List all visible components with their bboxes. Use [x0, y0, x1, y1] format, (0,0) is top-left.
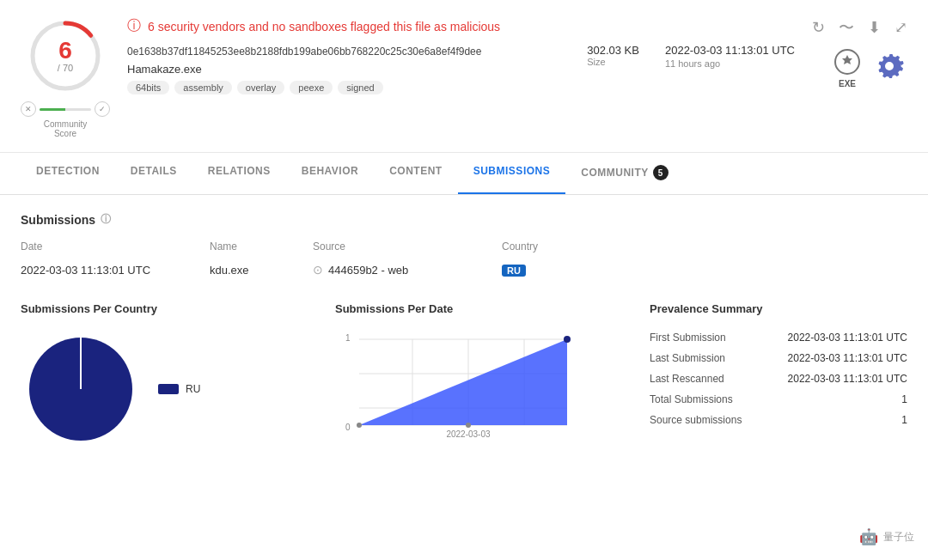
file-name: Hamakaze.exe [127, 63, 570, 76]
file-date-sub: 11 hours ago [665, 58, 795, 69]
table-row: 2022-03-03 11:13:01 UTC kdu.exe ⊙ 444659… [21, 258, 907, 282]
file-tags: 64bitsassemblyoverlaypeexesigned [127, 81, 570, 94]
tab-community-label: COMMUNITY [581, 167, 649, 179]
file-type-icons: EXE [832, 46, 907, 88]
col-name: Name [210, 240, 313, 253]
file-date: 2022-03-03 11:13:01 UTC [665, 44, 795, 57]
prevalence-row: Source submissions1 [650, 411, 907, 429]
score-total: / 70 [58, 63, 73, 73]
alert-message: 6 security vendors and no sandboxes flag… [148, 20, 500, 33]
prev-label: Last Rescanned [650, 373, 770, 385]
share-icon[interactable]: 〜 [839, 17, 854, 38]
row-name: kdu.exe [210, 264, 313, 277]
expand-icon[interactable]: ⤢ [894, 18, 907, 37]
bar-chart-area: 1 0 [335, 329, 576, 441]
gear-icon-blue [871, 48, 907, 87]
per-date-chart: Submissions Per Date 1 0 [335, 302, 650, 449]
y-max-label: 1 [345, 333, 351, 343]
prevalence-row: Last Rescanned2022-03-03 11:13:01 UTC [650, 370, 907, 387]
gear-svg [871, 48, 907, 84]
row-source-text: 444659b2 - web [328, 264, 408, 277]
refresh-icon[interactable]: ↻ [812, 18, 825, 37]
file-tag: 64bits [127, 81, 169, 94]
prev-label: Source submissions [650, 414, 770, 426]
alert-icon: ⓘ [127, 17, 141, 35]
per-date-title: Submissions Per Date [335, 302, 650, 315]
file-tag: assembly [174, 81, 231, 94]
community-score-section: ✕ ✓ CommunityScore [21, 101, 110, 138]
tab-detection[interactable]: DETECTION [21, 153, 115, 194]
submissions-title: Submissions [21, 213, 95, 227]
legend-ru-color [158, 384, 179, 394]
content-area: Submissions ⓘ Date Name Source Country 2… [0, 195, 928, 466]
prev-value: 1 [901, 414, 907, 426]
community-score-bar [40, 108, 91, 111]
source-icon: ⊙ [313, 263, 323, 277]
pie-legend: RU [158, 383, 200, 395]
file-meta: 302.03 KB Size 2022-03-03 11:13:01 UTC 1… [587, 44, 795, 69]
file-size-block: 302.03 KB Size [587, 44, 639, 67]
col-date: Date [21, 240, 210, 253]
prevalence-row: First Submission2022-03-03 11:13:01 UTC [650, 329, 907, 346]
file-size-label: Size [587, 57, 639, 67]
tab-content[interactable]: CONTENT [374, 153, 458, 194]
per-country-title: Submissions Per Country [21, 302, 335, 315]
alert-text: ⓘ 6 security vendors and no sandboxes fl… [127, 17, 795, 35]
exe-label: EXE [839, 79, 856, 88]
tab-community-badge: 5 [653, 165, 669, 180]
row-country: RU [502, 264, 588, 277]
prev-value: 2022-03-03 11:13:01 UTC [788, 332, 907, 344]
top-actions: ↻ 〜 ⬇ ⤢ [812, 17, 907, 38]
score-circle: 6 / 70 [27, 17, 104, 94]
score-value: 6 [58, 39, 73, 63]
file-date-block: 2022-03-03 11:13:01 UTC 11 hours ago [665, 44, 795, 69]
tab-relations[interactable]: RELATIONS [192, 153, 286, 194]
pie-chart-svg [21, 329, 141, 449]
col-country: Country [502, 240, 588, 253]
community-score-check[interactable]: ✓ [95, 101, 110, 117]
score-display: 6 / 70 [58, 39, 73, 73]
tab-details[interactable]: DETAILS [115, 153, 192, 194]
file-hash: 0e1638b37df11845253ee8b2188fdb199abe06bb… [127, 44, 570, 59]
tabs-bar: DETECTION DETAILS RELATIONS BEHAVIOR CON… [0, 153, 928, 195]
x-date-label: 2022-03-03 [446, 429, 491, 439]
svg-point-13 [564, 336, 571, 343]
wm-icon: 🤖 [859, 527, 878, 546]
submissions-section-title: Submissions ⓘ [21, 212, 907, 227]
community-score-label: CommunityScore [44, 119, 88, 138]
tab-submissions[interactable]: SUBMISSIONS [458, 153, 566, 194]
country-badge: RU [502, 265, 526, 277]
pie-container: RU [21, 329, 335, 449]
table-header: Date Name Source Country [21, 240, 907, 258]
legend-ru-label: RU [186, 383, 200, 395]
submissions-table: Date Name Source Country 2022-03-03 11:1… [21, 240, 907, 282]
prevalence-title: Prevalence Summary [650, 302, 907, 315]
charts-section: Submissions Per Country RU Submissions P… [21, 302, 907, 449]
prev-value: 1 [901, 393, 907, 405]
bar-chart-svg: 1 0 [335, 329, 576, 441]
tab-behavior[interactable]: BEHAVIOR [286, 153, 374, 194]
prevalence-block: Prevalence Summary First Submission2022-… [650, 302, 907, 449]
top-section: 6 / 70 ✕ ✓ CommunityScore ⓘ 6 security v… [0, 0, 928, 153]
y-min-label: 0 [345, 423, 351, 432]
community-score-remove[interactable]: ✕ [21, 101, 36, 117]
prev-label: Total Submissions [650, 393, 770, 405]
right-panel: ↻ 〜 ⬇ ⤢ EXE [812, 17, 907, 88]
svg-marker-12 [359, 339, 567, 425]
legend-ru: RU [158, 383, 200, 395]
download-icon[interactable]: ⬇ [868, 18, 881, 37]
community-score-fill [40, 108, 65, 111]
per-country-chart: Submissions Per Country RU [21, 302, 335, 449]
wm-text: 量子位 [883, 530, 914, 545]
score-container: 6 / 70 ✕ ✓ CommunityScore [21, 17, 110, 138]
submissions-info-icon[interactable]: ⓘ [101, 212, 111, 227]
tab-community[interactable]: COMMUNITY 5 [565, 153, 684, 194]
file-tag: peexe [290, 81, 333, 94]
prevalence-table: First Submission2022-03-03 11:13:01 UTCL… [650, 329, 907, 429]
svg-point-15 [466, 423, 471, 428]
file-hash-block: 0e1638b37df11845253ee8b2188fdb199abe06bb… [127, 44, 570, 94]
row-date: 2022-03-03 11:13:01 UTC [21, 264, 210, 277]
watermark: 🤖 量子位 [859, 527, 914, 546]
prevalence-row: Total Submissions1 [650, 391, 907, 408]
prev-value: 2022-03-03 11:13:01 UTC [788, 352, 907, 364]
